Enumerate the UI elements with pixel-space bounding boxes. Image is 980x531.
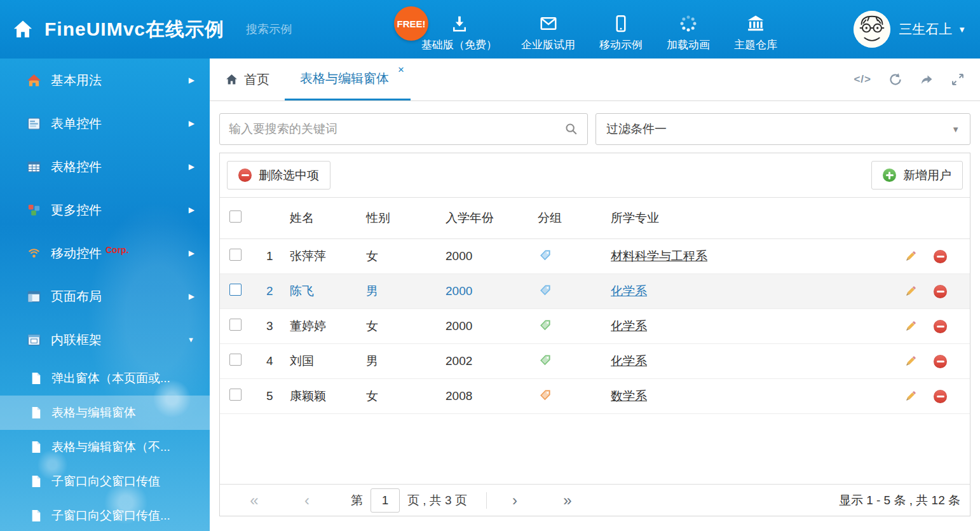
filter-dropdown[interactable]: 过滤条件一 ▼ bbox=[595, 113, 970, 145]
row-checkbox[interactable] bbox=[229, 319, 242, 331]
major-link[interactable]: 化学系 bbox=[611, 319, 647, 333]
search-icon[interactable] bbox=[564, 122, 578, 136]
nav-enterprise-trial[interactable]: 企业版试用 bbox=[509, 6, 587, 52]
close-icon[interactable]: × bbox=[398, 64, 404, 75]
sidebar-item-inline-frame[interactable]: 内联框架 ▼ bbox=[0, 318, 210, 361]
sidebar-subitem-label: 表格与编辑窗体 bbox=[51, 404, 136, 421]
header-search-input[interactable] bbox=[246, 23, 393, 36]
cell-gender: 女 bbox=[363, 318, 442, 334]
sidebar-item-basic-usage[interactable]: 基本用法 ▶ bbox=[0, 59, 210, 102]
cell-gender: 女 bbox=[363, 388, 442, 404]
code-icon[interactable]: </> bbox=[854, 73, 871, 86]
avatar[interactable] bbox=[854, 11, 890, 48]
add-user-button[interactable]: 新增用户 bbox=[871, 161, 963, 190]
sidebar-item-label: 更多控件 bbox=[51, 202, 102, 219]
chevron-right-icon: ▶ bbox=[189, 76, 194, 85]
major-link[interactable]: 材料科学与工程系 bbox=[611, 249, 707, 263]
sidebar-item-form-controls[interactable]: 表单控件 ▶ bbox=[0, 102, 210, 145]
cell-name: 陈飞 bbox=[287, 283, 363, 300]
sidebar-subitem-popup-window[interactable]: 弹出窗体（本页面或... bbox=[0, 361, 210, 396]
expand-icon[interactable] bbox=[951, 72, 965, 86]
app-header: FineUIMvc在线示例 FREE! 基础版（免费） 企业版试用 移动示例 加… bbox=[0, 0, 980, 59]
forward-icon[interactable] bbox=[920, 72, 934, 86]
chevron-down-icon: ▼ bbox=[951, 125, 960, 134]
sidebar-item-label: 移动控件 bbox=[51, 245, 102, 262]
column-header-group[interactable]: 分组 bbox=[534, 210, 604, 226]
column-header-gender[interactable]: 性别 bbox=[363, 210, 442, 226]
delete-row-icon[interactable] bbox=[934, 320, 947, 333]
user-menu[interactable]: 三生石上 ▼ bbox=[854, 11, 966, 48]
column-header-name[interactable]: 姓名 bbox=[287, 210, 363, 226]
edit-pencil-icon[interactable] bbox=[904, 390, 917, 403]
sidebar-item-label: 内联框架 bbox=[51, 331, 102, 348]
file-icon bbox=[31, 372, 42, 385]
chevron-right-icon: ▶ bbox=[189, 119, 194, 128]
cell-year: 2000 bbox=[442, 284, 534, 298]
table-header-row: 姓名 性别 入学年份 分组 所学专业 bbox=[220, 198, 970, 239]
tab-home[interactable]: 首页 bbox=[210, 59, 285, 100]
tab-grid-edit-window[interactable]: 表格与编辑窗体 × bbox=[285, 59, 411, 100]
table-row[interactable]: 1 张萍萍 女 2000 材料科学与工程系 bbox=[220, 239, 970, 274]
sidebar-item-more-controls[interactable]: 更多控件 ▶ bbox=[0, 188, 210, 231]
sidebar-subitem-child-to-parent-2[interactable]: 子窗口向父窗口传值... bbox=[0, 499, 210, 531]
row-checkbox[interactable] bbox=[229, 284, 242, 296]
pager-prev-icon[interactable]: ‹ bbox=[298, 493, 316, 508]
refresh-icon[interactable] bbox=[888, 72, 902, 86]
major-link[interactable]: 化学系 bbox=[611, 284, 647, 298]
table-row[interactable]: 3 董婷婷 女 2000 化学系 bbox=[220, 309, 970, 344]
pager-next-icon[interactable]: › bbox=[506, 493, 524, 508]
select-all-checkbox[interactable] bbox=[229, 210, 242, 223]
sidebar-item-label: 表格控件 bbox=[51, 158, 102, 176]
sidebar-item-page-layout[interactable]: 页面布局 ▶ bbox=[0, 275, 210, 318]
corp-badge: Corp. bbox=[105, 245, 129, 255]
chevron-right-icon: ▶ bbox=[189, 249, 194, 258]
table-row[interactable]: 4 刘国 男 2002 化学系 bbox=[220, 344, 970, 379]
header-nav: FREE! 基础版（免费） 企业版试用 移动示例 加载动画 主题仓库 bbox=[409, 6, 789, 52]
column-header-major[interactable]: 所学专业 bbox=[604, 210, 892, 226]
sidebar-item-grid-controls[interactable]: 表格控件 ▶ bbox=[0, 145, 210, 188]
delete-row-icon[interactable] bbox=[934, 285, 947, 298]
sidebar-subitem-grid-edit-window[interactable]: 表格与编辑窗体 bbox=[0, 396, 210, 430]
row-checkbox[interactable] bbox=[229, 249, 242, 261]
delete-row-icon[interactable] bbox=[934, 390, 947, 403]
major-link[interactable]: 数学系 bbox=[611, 389, 647, 403]
username: 三生石上 bbox=[899, 20, 952, 38]
edit-pencil-icon[interactable] bbox=[904, 320, 917, 333]
row-index: 1 bbox=[258, 249, 287, 263]
tab-label: 首页 bbox=[244, 71, 269, 88]
table-row[interactable]: 2 陈飞 男 2000 化学系 bbox=[220, 274, 970, 309]
app-title: FineUIMvc在线示例 bbox=[44, 17, 224, 43]
spinner-icon bbox=[679, 14, 698, 33]
delete-row-icon[interactable] bbox=[934, 355, 947, 368]
column-header-year[interactable]: 入学年份 bbox=[442, 210, 534, 226]
delete-row-icon[interactable] bbox=[934, 250, 947, 263]
layout-icon bbox=[27, 289, 41, 304]
page-number-input[interactable] bbox=[371, 488, 400, 513]
edit-pencil-icon[interactable] bbox=[904, 285, 917, 298]
edit-pencil-icon[interactable] bbox=[904, 250, 917, 263]
sidebar-item-mobile-controls[interactable]: 移动控件 Corp. ▶ bbox=[0, 231, 210, 275]
sidebar-subitem-child-to-parent[interactable]: 子窗口向父窗口传值 bbox=[0, 464, 210, 499]
pager-first-icon[interactable]: « bbox=[245, 493, 263, 508]
sidebar-subitem-label: 表格与编辑窗体（不... bbox=[51, 439, 170, 455]
app-logo-home-icon[interactable] bbox=[11, 18, 34, 40]
nav-loading-animation[interactable]: 加载动画 bbox=[655, 6, 722, 52]
sidebar-subitem-grid-edit-window-2[interactable]: 表格与编辑窗体（不... bbox=[0, 430, 210, 464]
file-icon bbox=[31, 441, 42, 453]
cell-year: 2002 bbox=[442, 354, 534, 368]
edit-pencil-icon[interactable] bbox=[904, 355, 917, 368]
add-button-label: 新增用户 bbox=[903, 167, 951, 184]
nav-theme-repo[interactable]: 主题仓库 bbox=[722, 6, 789, 52]
blocks-icon bbox=[27, 203, 41, 217]
chevron-down-icon: ▼ bbox=[958, 25, 966, 34]
table-row[interactable]: 5 康颖颖 女 2008 数学系 bbox=[220, 379, 970, 414]
row-checkbox[interactable] bbox=[229, 354, 242, 366]
delete-selected-button[interactable]: 删除选中项 bbox=[227, 161, 330, 190]
pager-last-icon[interactable]: » bbox=[559, 493, 576, 508]
major-link[interactable]: 化学系 bbox=[611, 354, 647, 368]
row-checkbox[interactable] bbox=[229, 389, 242, 401]
keyword-search-input[interactable] bbox=[229, 122, 564, 136]
nav-mobile-demo[interactable]: 移动示例 bbox=[587, 6, 655, 52]
file-icon bbox=[31, 509, 42, 522]
nav-basic-edition[interactable]: FREE! 基础版（免费） bbox=[409, 6, 509, 52]
